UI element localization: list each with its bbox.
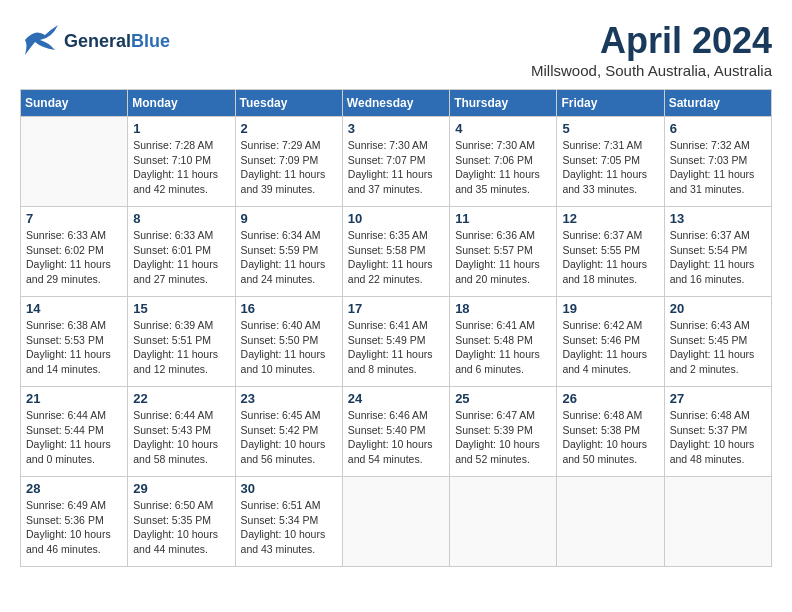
calendar-cell: 20Sunrise: 6:43 AM Sunset: 5:45 PM Dayli… <box>664 297 771 387</box>
logo-text: GeneralBlue <box>64 32 170 52</box>
calendar-cell: 5Sunrise: 7:31 AM Sunset: 7:05 PM Daylig… <box>557 117 664 207</box>
day-info: Sunrise: 6:34 AM Sunset: 5:59 PM Dayligh… <box>241 228 337 287</box>
day-header-thursday: Thursday <box>450 90 557 117</box>
day-info: Sunrise: 7:30 AM Sunset: 7:06 PM Dayligh… <box>455 138 551 197</box>
day-info: Sunrise: 6:51 AM Sunset: 5:34 PM Dayligh… <box>241 498 337 557</box>
day-info: Sunrise: 6:40 AM Sunset: 5:50 PM Dayligh… <box>241 318 337 377</box>
day-number: 30 <box>241 481 337 496</box>
day-info: Sunrise: 6:42 AM Sunset: 5:46 PM Dayligh… <box>562 318 658 377</box>
day-info: Sunrise: 6:41 AM Sunset: 5:49 PM Dayligh… <box>348 318 444 377</box>
calendar-cell: 13Sunrise: 6:37 AM Sunset: 5:54 PM Dayli… <box>664 207 771 297</box>
calendar-header-row: SundayMondayTuesdayWednesdayThursdayFrid… <box>21 90 772 117</box>
day-info: Sunrise: 6:44 AM Sunset: 5:43 PM Dayligh… <box>133 408 229 467</box>
day-number: 10 <box>348 211 444 226</box>
logo: GeneralBlue <box>20 20 170 64</box>
day-number: 11 <box>455 211 551 226</box>
day-header-saturday: Saturday <box>664 90 771 117</box>
calendar-cell: 8Sunrise: 6:33 AM Sunset: 6:01 PM Daylig… <box>128 207 235 297</box>
day-header-tuesday: Tuesday <box>235 90 342 117</box>
calendar-cell: 15Sunrise: 6:39 AM Sunset: 5:51 PM Dayli… <box>128 297 235 387</box>
calendar-cell: 30Sunrise: 6:51 AM Sunset: 5:34 PM Dayli… <box>235 477 342 567</box>
calendar-cell: 2Sunrise: 7:29 AM Sunset: 7:09 PM Daylig… <box>235 117 342 207</box>
calendar-cell: 18Sunrise: 6:41 AM Sunset: 5:48 PM Dayli… <box>450 297 557 387</box>
day-number: 22 <box>133 391 229 406</box>
day-number: 2 <box>241 121 337 136</box>
day-number: 19 <box>562 301 658 316</box>
day-info: Sunrise: 6:35 AM Sunset: 5:58 PM Dayligh… <box>348 228 444 287</box>
calendar-cell: 11Sunrise: 6:36 AM Sunset: 5:57 PM Dayli… <box>450 207 557 297</box>
day-info: Sunrise: 6:37 AM Sunset: 5:54 PM Dayligh… <box>670 228 766 287</box>
calendar-cell: 10Sunrise: 6:35 AM Sunset: 5:58 PM Dayli… <box>342 207 449 297</box>
day-number: 25 <box>455 391 551 406</box>
title-section: April 2024 Millswood, South Australia, A… <box>531 20 772 79</box>
calendar-week-row: 1Sunrise: 7:28 AM Sunset: 7:10 PM Daylig… <box>21 117 772 207</box>
day-info: Sunrise: 7:29 AM Sunset: 7:09 PM Dayligh… <box>241 138 337 197</box>
calendar-cell: 7Sunrise: 6:33 AM Sunset: 6:02 PM Daylig… <box>21 207 128 297</box>
calendar-cell: 12Sunrise: 6:37 AM Sunset: 5:55 PM Dayli… <box>557 207 664 297</box>
calendar-cell: 22Sunrise: 6:44 AM Sunset: 5:43 PM Dayli… <box>128 387 235 477</box>
calendar-week-row: 7Sunrise: 6:33 AM Sunset: 6:02 PM Daylig… <box>21 207 772 297</box>
day-number: 4 <box>455 121 551 136</box>
day-header-wednesday: Wednesday <box>342 90 449 117</box>
calendar-cell: 28Sunrise: 6:49 AM Sunset: 5:36 PM Dayli… <box>21 477 128 567</box>
day-number: 28 <box>26 481 122 496</box>
calendar-cell: 26Sunrise: 6:48 AM Sunset: 5:38 PM Dayli… <box>557 387 664 477</box>
month-title: April 2024 <box>531 20 772 62</box>
calendar-cell <box>450 477 557 567</box>
day-number: 13 <box>670 211 766 226</box>
day-info: Sunrise: 6:37 AM Sunset: 5:55 PM Dayligh… <box>562 228 658 287</box>
page-header: GeneralBlue April 2024 Millswood, South … <box>20 20 772 79</box>
day-info: Sunrise: 6:46 AM Sunset: 5:40 PM Dayligh… <box>348 408 444 467</box>
day-info: Sunrise: 6:49 AM Sunset: 5:36 PM Dayligh… <box>26 498 122 557</box>
day-number: 14 <box>26 301 122 316</box>
calendar-cell <box>664 477 771 567</box>
calendar-cell: 16Sunrise: 6:40 AM Sunset: 5:50 PM Dayli… <box>235 297 342 387</box>
calendar-week-row: 14Sunrise: 6:38 AM Sunset: 5:53 PM Dayli… <box>21 297 772 387</box>
day-info: Sunrise: 6:48 AM Sunset: 5:37 PM Dayligh… <box>670 408 766 467</box>
day-number: 23 <box>241 391 337 406</box>
day-number: 17 <box>348 301 444 316</box>
day-number: 6 <box>670 121 766 136</box>
calendar-cell: 14Sunrise: 6:38 AM Sunset: 5:53 PM Dayli… <box>21 297 128 387</box>
day-info: Sunrise: 6:33 AM Sunset: 6:01 PM Dayligh… <box>133 228 229 287</box>
calendar-cell: 23Sunrise: 6:45 AM Sunset: 5:42 PM Dayli… <box>235 387 342 477</box>
calendar-cell: 19Sunrise: 6:42 AM Sunset: 5:46 PM Dayli… <box>557 297 664 387</box>
day-info: Sunrise: 6:45 AM Sunset: 5:42 PM Dayligh… <box>241 408 337 467</box>
day-number: 7 <box>26 211 122 226</box>
day-info: Sunrise: 7:31 AM Sunset: 7:05 PM Dayligh… <box>562 138 658 197</box>
calendar-cell <box>21 117 128 207</box>
day-info: Sunrise: 6:48 AM Sunset: 5:38 PM Dayligh… <box>562 408 658 467</box>
day-info: Sunrise: 6:38 AM Sunset: 5:53 PM Dayligh… <box>26 318 122 377</box>
calendar-table: SundayMondayTuesdayWednesdayThursdayFrid… <box>20 89 772 567</box>
day-info: Sunrise: 6:41 AM Sunset: 5:48 PM Dayligh… <box>455 318 551 377</box>
day-info: Sunrise: 6:47 AM Sunset: 5:39 PM Dayligh… <box>455 408 551 467</box>
day-number: 8 <box>133 211 229 226</box>
calendar-cell: 25Sunrise: 6:47 AM Sunset: 5:39 PM Dayli… <box>450 387 557 477</box>
day-number: 3 <box>348 121 444 136</box>
day-info: Sunrise: 6:36 AM Sunset: 5:57 PM Dayligh… <box>455 228 551 287</box>
day-number: 5 <box>562 121 658 136</box>
day-info: Sunrise: 6:50 AM Sunset: 5:35 PM Dayligh… <box>133 498 229 557</box>
day-number: 16 <box>241 301 337 316</box>
day-number: 27 <box>670 391 766 406</box>
day-info: Sunrise: 7:30 AM Sunset: 7:07 PM Dayligh… <box>348 138 444 197</box>
day-number: 29 <box>133 481 229 496</box>
logo-icon <box>20 20 60 64</box>
day-info: Sunrise: 6:39 AM Sunset: 5:51 PM Dayligh… <box>133 318 229 377</box>
day-info: Sunrise: 7:28 AM Sunset: 7:10 PM Dayligh… <box>133 138 229 197</box>
calendar-cell: 17Sunrise: 6:41 AM Sunset: 5:49 PM Dayli… <box>342 297 449 387</box>
day-header-monday: Monday <box>128 90 235 117</box>
day-number: 21 <box>26 391 122 406</box>
day-number: 1 <box>133 121 229 136</box>
day-number: 20 <box>670 301 766 316</box>
day-number: 9 <box>241 211 337 226</box>
calendar-cell: 6Sunrise: 7:32 AM Sunset: 7:03 PM Daylig… <box>664 117 771 207</box>
calendar-cell: 29Sunrise: 6:50 AM Sunset: 5:35 PM Dayli… <box>128 477 235 567</box>
calendar-cell: 21Sunrise: 6:44 AM Sunset: 5:44 PM Dayli… <box>21 387 128 477</box>
calendar-cell <box>342 477 449 567</box>
calendar-week-row: 28Sunrise: 6:49 AM Sunset: 5:36 PM Dayli… <box>21 477 772 567</box>
day-header-sunday: Sunday <box>21 90 128 117</box>
day-info: Sunrise: 7:32 AM Sunset: 7:03 PM Dayligh… <box>670 138 766 197</box>
day-number: 15 <box>133 301 229 316</box>
day-number: 18 <box>455 301 551 316</box>
